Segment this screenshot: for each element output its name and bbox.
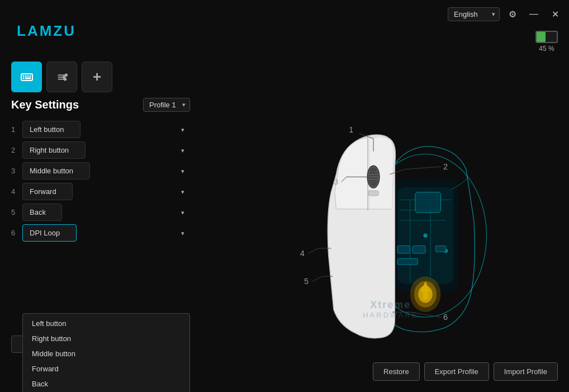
nav-tabs: + <box>11 62 112 92</box>
close-button[interactable]: ✕ <box>547 6 563 22</box>
btn-dropdown-wrapper-1: Left button <box>22 121 190 138</box>
dropdown-item-right-button[interactable]: Right button <box>23 331 189 346</box>
btn-dropdown-wrapper-4: Forward <box>22 183 190 200</box>
language-selector[interactable]: English Chinese Japanese <box>448 7 500 21</box>
btn-number-5: 5 <box>11 208 22 216</box>
button-row-6: 6 DPI Loop <box>11 224 190 242</box>
button-row-5: 5 Back <box>11 204 190 221</box>
battery-icon <box>535 31 558 43</box>
svg-point-12 <box>64 78 66 80</box>
mouse-diagram-area: 1 2 3 4 5 6 <box>201 98 558 353</box>
svg-text:5: 5 <box>304 277 309 286</box>
svg-point-29 <box>423 234 427 238</box>
svg-rect-30 <box>397 245 410 253</box>
battery-fill <box>537 32 546 42</box>
svg-rect-21 <box>415 192 441 212</box>
button-rows: 1 Left button 2 Right button 3 <box>11 121 190 242</box>
dropdown-item-middle-button[interactable]: Middle button <box>23 346 189 361</box>
btn-number-4: 4 <box>11 187 22 196</box>
svg-text:4: 4 <box>300 249 305 258</box>
svg-rect-44 <box>368 191 378 196</box>
btn-dropdown-wrapper-6: DPI Loop <box>22 224 190 242</box>
svg-text:1: 1 <box>349 125 353 134</box>
settings-button[interactable]: ⚙ <box>504 6 521 22</box>
btn-number-1: 1 <box>11 125 22 134</box>
btn-dropdown-wrapper-5: Back <box>22 204 190 221</box>
main-content: Key Settings Profile 1 Profile 2 Profile… <box>11 98 558 381</box>
tab-key-settings[interactable] <box>11 62 42 92</box>
button-row-3: 3 Middle button <box>11 162 190 180</box>
button-row-4: 4 Forward <box>11 183 190 200</box>
dropdown-item-left-button[interactable]: Left button <box>23 316 189 331</box>
svg-point-10 <box>65 74 67 76</box>
svg-text:6: 6 <box>443 313 448 322</box>
btn-dropdown-3[interactable]: Middle button <box>22 162 90 180</box>
svg-line-61 <box>410 312 441 317</box>
battery-area: 45 % <box>535 31 558 53</box>
bottom-buttons: Restore Export Profile Import Profile <box>373 362 558 381</box>
key-settings-header: Key Settings Profile 1 Profile 2 Profile… <box>11 98 190 112</box>
svg-line-55 <box>308 248 318 253</box>
svg-rect-0 <box>21 74 32 81</box>
svg-rect-26 <box>423 289 428 299</box>
titlebar: English Chinese Japanese ⚙ — ✕ <box>0 0 569 28</box>
tab-performance[interactable] <box>46 62 77 92</box>
btn-number-6: 6 <box>11 229 22 237</box>
svg-line-49 <box>405 167 441 169</box>
svg-rect-32 <box>435 245 445 252</box>
import-profile-button[interactable]: Import Profile <box>494 362 558 381</box>
button-row-1: 1 Left button <box>11 121 190 138</box>
dropdown-popup: Left button Right button Middle button F… <box>22 313 190 392</box>
dropdown-item-forward[interactable]: Forward <box>23 361 189 376</box>
svg-text:3: 3 <box>334 177 338 186</box>
btn-dropdown-wrapper-2: Right button <box>22 141 190 159</box>
svg-rect-33 <box>397 258 418 265</box>
dropdown-item-back[interactable]: Back <box>23 376 189 391</box>
btn-dropdown-5[interactable]: Back <box>22 204 62 221</box>
svg-text:2: 2 <box>443 162 448 171</box>
btn-dropdown-6[interactable]: DPI Loop <box>22 224 77 242</box>
svg-line-58 <box>312 276 323 281</box>
button-row-2: 2 Right button <box>11 141 190 159</box>
export-profile-button[interactable]: Export Profile <box>424 362 489 381</box>
restore-button[interactable]: Restore <box>373 362 420 381</box>
svg-rect-31 <box>412 245 425 253</box>
btn-number-2: 2 <box>11 146 22 154</box>
profile-selector-wrapper: Profile 1 Profile 2 Profile 3 <box>143 98 190 112</box>
profile-selector[interactable]: Profile 1 Profile 2 Profile 3 <box>143 98 190 112</box>
minimize-button[interactable]: — <box>525 6 542 22</box>
app-logo: LAMZU <box>17 22 76 40</box>
btn-dropdown-1[interactable]: Left button <box>22 121 80 138</box>
tab-add[interactable]: + <box>82 62 112 92</box>
btn-dropdown-wrapper-3: Middle button <box>22 162 190 180</box>
key-settings-title: Key Settings <box>11 98 79 111</box>
btn-dropdown-2[interactable]: Right button <box>22 141 86 159</box>
mouse-svg: 1 2 3 4 5 6 <box>201 98 558 353</box>
battery-percentage: 45 % <box>539 45 554 53</box>
btn-number-3: 3 <box>11 167 22 175</box>
btn-dropdown-4[interactable]: Forward <box>22 183 73 200</box>
language-selector-wrapper: English Chinese Japanese <box>448 7 500 21</box>
